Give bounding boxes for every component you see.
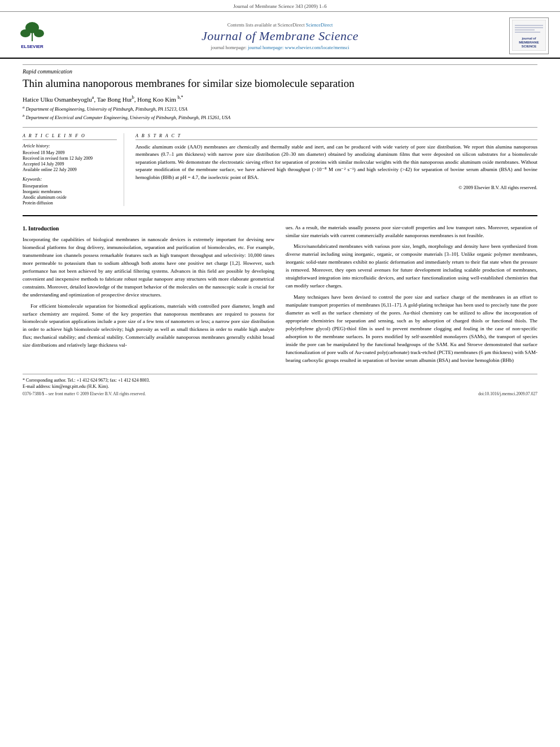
abstract-text: Anodic aluminum oxide (AAO) membranes ar… <box>135 143 537 182</box>
article-content: Rapid communication Thin alumina nanopor… <box>0 59 560 408</box>
affiliation-b: b Department of Electrical and Computer … <box>23 113 537 121</box>
keyword-2: Inorganic membranes <box>23 189 117 194</box>
svg-point-4 <box>34 29 44 37</box>
homepage-line: journal homepage: journal homepage: www.… <box>56 45 504 50</box>
abstract-col: A B S T R A C T Anodic aluminum oxide (A… <box>135 133 537 206</box>
journal-info: Journal of Membrane Science 343 (2009) 1… <box>233 3 326 9</box>
body-col-right: ues. As a result, the materials usually … <box>286 224 537 368</box>
authors: Hatice Ulku Osmanbeyoglua, Tae Bong Hurb… <box>23 95 537 103</box>
intro-para-1: Incorporating the capabilities of biolog… <box>23 236 274 299</box>
rapid-comm-label: Rapid communication <box>23 64 537 75</box>
svg-text:MEMBRANE: MEMBRANE <box>519 41 539 44</box>
contents-line: Contents lists available at ScienceDirec… <box>56 22 504 28</box>
history-online: Available online 22 July 2009 <box>23 167 117 172</box>
history-revised: Received in revised form 12 July 2009 <box>23 156 117 161</box>
affiliations: a Department of Bioengineering, Universi… <box>23 104 537 121</box>
corresponding-note: * Corresponding author. Tel.: +1 412 624… <box>23 378 537 383</box>
email-note: E-mail address: kim@engr.pitt.edu (H.K. … <box>23 384 537 389</box>
journal-logo-inner: journal of MEMBRANE SCIENCE <box>509 18 549 54</box>
intro-para-2: For efficient biomolecule separation for… <box>23 303 274 350</box>
article-info-col: A R T I C L E I N F O Article history: R… <box>23 133 124 206</box>
page: Journal of Membrane Science 343 (2009) 1… <box>0 0 560 747</box>
intro-para-4: Micro/nanofabricated membranes with vari… <box>286 243 537 290</box>
copyright-line: © 2009 Elsevier B.V. All rights reserved… <box>135 185 537 190</box>
article-title: Thin alumina nanoporous membranes for si… <box>23 77 537 90</box>
two-col-info-abstract: A R T I C L E I N F O Article history: R… <box>23 127 537 206</box>
article-history-label: Article history: <box>23 143 117 148</box>
keywords-label: Keywords: <box>23 177 117 182</box>
svg-text:journal of: journal of <box>521 37 536 40</box>
history-accepted: Accepted 14 July 2009 <box>23 161 117 167</box>
article-info-heading: A R T I C L E I N F O <box>23 133 117 140</box>
article-footer: * Corresponding author. Tel.: +1 412 624… <box>23 374 537 396</box>
footer-bottom: 0376-7388/$ – see front matter © 2009 El… <box>23 391 537 396</box>
section1-title: 1. Introduction <box>23 224 274 233</box>
doi: doi:10.1016/j.memsci.2009.07.027 <box>478 391 537 396</box>
body-columns: 1. Introduction Incorporating the capabi… <box>23 215 537 368</box>
keyword-4: Protein diffusion <box>23 200 117 206</box>
elsevier-logo: ELSEVIER <box>11 20 56 52</box>
keyword-3: Anodic aluminum oxide <box>23 195 117 200</box>
intro-para-3: ues. As a result, the materials usually … <box>286 224 537 240</box>
svg-point-3 <box>20 29 30 37</box>
keyword-1: Bioseparation <box>23 184 117 189</box>
svg-text:SCIENCE: SCIENCE <box>522 45 537 48</box>
journal-logo-box: journal of MEMBRANE SCIENCE <box>504 18 549 54</box>
abstract-heading: A B S T R A C T <box>135 133 537 140</box>
title-center: Contents lists available at ScienceDirec… <box>56 22 504 50</box>
body-col-left: 1. Introduction Incorporating the capabi… <box>23 224 274 368</box>
journal-header: Journal of Membrane Science 343 (2009) 1… <box>0 0 560 12</box>
title-bar: ELSEVIER Contents lists available at Sci… <box>0 12 560 59</box>
journal-name: Journal of Membrane Science <box>56 29 504 43</box>
issn: 0376-7388/$ – see front matter © 2009 El… <box>23 391 146 396</box>
intro-para-5: Many techniques have been devised to con… <box>286 294 537 364</box>
history-received: Received 18 May 2009 <box>23 150 117 155</box>
affiliation-a: a Department of Bioengineering, Universi… <box>23 104 537 113</box>
svg-text:ELSEVIER: ELSEVIER <box>21 44 43 49</box>
